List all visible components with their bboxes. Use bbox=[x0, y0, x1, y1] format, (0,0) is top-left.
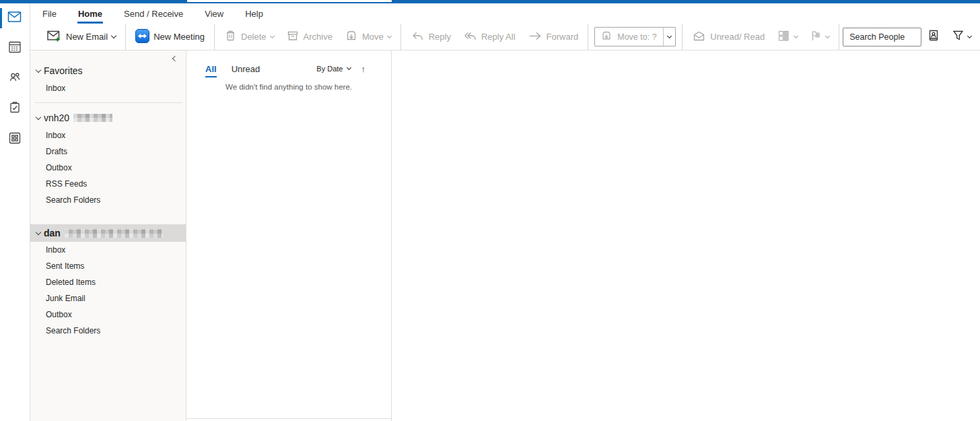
ribbon-toolbar: New Email bbox=[30, 24, 980, 51]
folder-label: Junk Email bbox=[46, 294, 85, 303]
tab-all[interactable]: All bbox=[205, 60, 217, 77]
account-1-folder-outbox[interactable]: Outbox bbox=[30, 160, 186, 176]
follow-up-flag-button[interactable] bbox=[804, 27, 835, 47]
account-1-header[interactable]: vnh20 bbox=[30, 108, 186, 127]
archive-label: Archive bbox=[304, 32, 332, 42]
folder-label: Search Folders bbox=[46, 195, 100, 205]
reply-all-arrow-icon bbox=[463, 30, 477, 44]
tab-unread[interactable]: Unread bbox=[232, 60, 260, 77]
nav-tasks-button[interactable] bbox=[0, 100, 30, 117]
ribbon-separator bbox=[400, 24, 401, 50]
favorites-label: Favorites bbox=[44, 65, 83, 76]
account-1-folder-search-folders[interactable]: Search Folders bbox=[30, 192, 186, 208]
new-meeting-button[interactable]: New Meeting bbox=[129, 27, 211, 47]
account-2-folder-junk-email[interactable]: Junk Email bbox=[30, 290, 186, 306]
redacted-text-block bbox=[73, 114, 112, 122]
reply-all-button[interactable]: Reply All bbox=[457, 27, 522, 47]
nav-mail-button[interactable] bbox=[0, 9, 30, 26]
categorize-button[interactable] bbox=[771, 27, 804, 47]
nav-more-apps-button[interactable] bbox=[0, 131, 30, 148]
unread-read-button[interactable]: Unread/ Read bbox=[686, 27, 771, 47]
pane-divider bbox=[35, 102, 182, 103]
ribbon-separator bbox=[125, 24, 126, 50]
tasks-icon bbox=[7, 100, 22, 118]
reading-pane bbox=[392, 51, 980, 421]
tab-help-label: Help bbox=[245, 9, 263, 19]
forward-button[interactable]: Forward bbox=[522, 27, 585, 47]
reply-arrow-icon bbox=[411, 30, 425, 44]
folder-label: RSS Feeds bbox=[46, 179, 87, 189]
tab-help[interactable]: Help bbox=[234, 3, 274, 24]
archive-button[interactable]: Archive bbox=[280, 27, 339, 47]
sort-by-dropdown[interactable]: By Date bbox=[316, 65, 350, 73]
move-button[interactable]: Move bbox=[339, 27, 397, 47]
open-envelope-icon bbox=[692, 30, 706, 44]
account-2-folder-search-folders[interactable]: Search Folders bbox=[30, 323, 186, 339]
forward-arrow-icon bbox=[528, 30, 542, 44]
unread-read-label: Unread/ Read bbox=[710, 32, 765, 42]
list-bottom-divider bbox=[186, 418, 391, 419]
chevron-down-icon bbox=[794, 33, 798, 38]
address-book-icon bbox=[927, 28, 940, 45]
tab-send-receive[interactable]: Send / Receive bbox=[113, 3, 194, 24]
move-icon bbox=[345, 29, 358, 44]
chevron-down-icon bbox=[667, 33, 672, 38]
apps-grid-icon bbox=[7, 131, 22, 148]
nav-calendar-button[interactable] bbox=[0, 40, 30, 57]
nav-people-button[interactable] bbox=[0, 70, 30, 87]
ribbon-separator bbox=[588, 24, 588, 50]
find-group bbox=[835, 24, 980, 50]
account-1-folder-rss-feeds[interactable]: RSS Feeds bbox=[30, 176, 186, 192]
titlebar-search-box[interactable] bbox=[187, 0, 392, 2]
move-to-dropdown-button[interactable] bbox=[663, 28, 675, 46]
message-list-pane: All Unread By Date ↑ We bbox=[186, 51, 392, 421]
filter-email-button[interactable] bbox=[946, 27, 977, 47]
outlook-window: File Home Send / Receive View Help bbox=[0, 0, 980, 421]
new-email-button[interactable]: New Email bbox=[40, 27, 122, 47]
move-label: Move bbox=[362, 32, 384, 42]
reply-button[interactable]: Reply bbox=[405, 27, 457, 47]
folder-label: Inbox bbox=[46, 131, 65, 140]
new-meeting-label: New Meeting bbox=[153, 32, 205, 42]
tab-view[interactable]: View bbox=[194, 3, 234, 24]
account-2-name: dan bbox=[44, 228, 61, 238]
forward-label: Forward bbox=[547, 32, 579, 42]
search-people-input[interactable] bbox=[843, 28, 921, 46]
account-2-header[interactable]: dan bbox=[30, 224, 186, 242]
folder-label: Outbox bbox=[46, 310, 72, 319]
collapse-folder-pane-button[interactable] bbox=[172, 55, 178, 62]
sort-direction-button[interactable]: ↑ bbox=[361, 64, 366, 74]
move-to-value[interactable]: Move to: ? bbox=[595, 28, 663, 46]
folder-label: Deleted Items bbox=[46, 278, 96, 287]
account-2-folder-outbox[interactable]: Outbox bbox=[30, 306, 186, 323]
address-book-button[interactable] bbox=[921, 27, 946, 47]
account-1-folder-inbox[interactable]: Inbox bbox=[30, 127, 186, 143]
tab-file-label: File bbox=[42, 9, 57, 19]
chevron-down-icon bbox=[967, 33, 972, 38]
folder-label: Search Folders bbox=[46, 326, 100, 335]
tab-home[interactable]: Home bbox=[67, 3, 113, 24]
favorites-section-header[interactable]: Favorites bbox=[30, 61, 186, 80]
account-2-folder-sent-items[interactable]: Sent Items bbox=[30, 258, 186, 274]
people-icon bbox=[7, 70, 22, 88]
tab-home-label: Home bbox=[78, 9, 102, 19]
delete-button[interactable]: Delete bbox=[218, 27, 280, 47]
account-2-folder-deleted-items[interactable]: Deleted Items bbox=[30, 274, 186, 290]
ribbon-separator bbox=[839, 24, 839, 50]
account-2-folder-inbox[interactable]: Inbox bbox=[30, 242, 186, 258]
app-nav-rail bbox=[0, 3, 30, 421]
account-1-folder-drafts[interactable]: Drafts bbox=[30, 143, 186, 160]
ribbon-separator bbox=[214, 24, 215, 50]
move-to-combobox[interactable]: Move to: ? bbox=[594, 27, 676, 46]
redacted-text-block bbox=[65, 229, 163, 238]
tab-file[interactable]: File bbox=[32, 3, 67, 24]
chevron-down-icon bbox=[270, 33, 275, 38]
chevron-left-icon bbox=[172, 56, 178, 61]
reply-all-label: Reply All bbox=[481, 32, 516, 42]
tab-send-receive-label: Send / Receive bbox=[124, 9, 183, 19]
chevron-down-icon bbox=[36, 229, 41, 234]
favorites-folder-inbox[interactable]: Inbox bbox=[30, 80, 186, 96]
message-list-header: All Unread By Date ↑ bbox=[186, 60, 391, 77]
categorize-squares-icon bbox=[777, 29, 790, 44]
new-meeting-icon bbox=[135, 29, 149, 45]
